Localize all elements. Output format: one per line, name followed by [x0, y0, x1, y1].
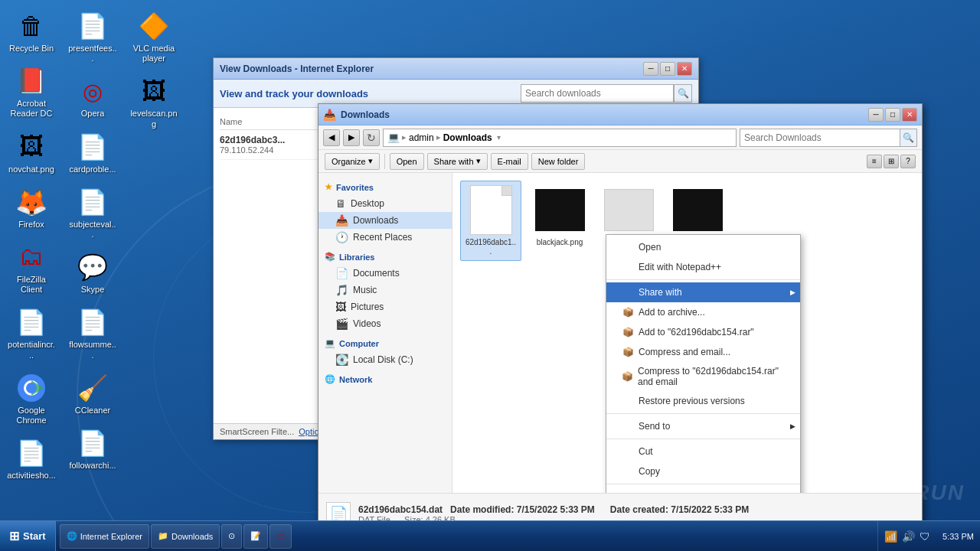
- flowsummer-label: flowsumme...: [68, 340, 117, 360]
- sidebar-item-downloads[interactable]: 📥 Downloads: [318, 212, 452, 229]
- file-thumb-threadcivil: [673, 185, 723, 235]
- view-toggle-button[interactable]: ⊞: [884, 155, 899, 168]
- file-item-62d196[interactable]: 62d196dabc1...: [460, 181, 521, 261]
- sidebar-item-local-disk[interactable]: 💽 Local Disk (C:): [318, 351, 452, 368]
- ie-search-input[interactable]: [521, 84, 674, 103]
- computer-header[interactable]: 💻 Computer: [318, 335, 452, 351]
- sidebar-item-music[interactable]: 🎵 Music: [318, 282, 452, 298]
- desktop: 🗑 Recycle Bin 📕 Acrobat Reader DC 🖼 novc…: [0, 0, 980, 551]
- sidebar-group-network: 🌐 Network: [318, 371, 452, 387]
- ie-heading: View and track your downloads: [220, 88, 521, 99]
- address-admin: admin: [407, 132, 436, 143]
- back-button[interactable]: ◀: [323, 129, 340, 146]
- sidebar-item-desktop[interactable]: 🖥 Desktop: [318, 195, 452, 212]
- file-label-blackjack: blackjack.png: [537, 238, 583, 247]
- followarchi-icon: 📄: [77, 428, 108, 458]
- open-button[interactable]: Open: [390, 153, 424, 170]
- desktop-icon-firefox[interactable]: 🦊 Firefox: [4, 184, 59, 233]
- filezilla-label: FileZilla Client: [7, 275, 56, 295]
- desktop-icon-filezilla[interactable]: 🗂 FileZilla Client: [4, 239, 59, 298]
- ctx-rar-icon: 📦: [622, 326, 634, 338]
- sidebar-item-recent-places[interactable]: 🕐 Recent Places: [318, 229, 452, 246]
- ctx-compress-rar-email[interactable]: 📦 Compress to "62d196dabc154.rar" and em…: [606, 362, 800, 391]
- ctx-restore-versions[interactable]: Restore previous versions: [606, 391, 800, 411]
- dl-search-button[interactable]: 🔍: [900, 129, 917, 147]
- ctx-create-shortcut[interactable]: Create shortcut: [606, 487, 800, 493]
- computer-icon: 💻: [325, 338, 335, 348]
- ctx-copy-icon: [622, 465, 634, 478]
- vlc-label: VLC media player: [129, 44, 178, 64]
- desktop-sidebar-icon: 🖥: [335, 197, 346, 210]
- file-item-blackjack[interactable]: blackjack.png: [529, 181, 590, 261]
- dl-close-button[interactable]: ✕: [902, 108, 917, 122]
- ie-search-button[interactable]: 🔍: [674, 84, 692, 103]
- desktop-icon-recycle-bin[interactable]: 🗑 Recycle Bin: [4, 8, 59, 57]
- share-with-button[interactable]: Share with ▾: [427, 153, 488, 170]
- ctx-cut[interactable]: Cut: [606, 442, 800, 461]
- ie-close-button[interactable]: ✕: [677, 62, 692, 76]
- desktop-icon-followarchi[interactable]: 📄 followarchi...: [65, 425, 120, 474]
- desktop-icon-opera[interactable]: ◎ Opera: [65, 73, 120, 122]
- sidebar-item-videos[interactable]: 🎬 Videos: [318, 315, 452, 332]
- ie-search-area: 🔍: [521, 84, 692, 103]
- ctx-open[interactable]: Open: [606, 237, 800, 257]
- favorites-header[interactable]: ★ Favorites: [318, 179, 452, 195]
- email-button[interactable]: E-mail: [491, 153, 528, 170]
- ie-maximize-button[interactable]: □: [660, 62, 675, 76]
- dl-search-area: 🔍: [740, 129, 917, 147]
- ctx-sep-4: [606, 484, 800, 484]
- ctx-send-to[interactable]: Send to: [606, 416, 800, 436]
- desktop-icon-vlc[interactable]: 🔶 VLC media player: [126, 8, 181, 67]
- ie-minimize-button[interactable]: ─: [643, 62, 658, 76]
- dl-search-input[interactable]: [740, 129, 900, 147]
- ctx-add-rar[interactable]: 📦 Add to "62d196dabc154.rar": [606, 322, 800, 342]
- organize-button[interactable]: Organize ▾: [325, 153, 380, 170]
- desktop-icon-potentialincr[interactable]: 📄 potentialincr...: [4, 304, 59, 363]
- desktop-icon-levelscan[interactable]: 🖼 levelscan.png: [126, 73, 181, 132]
- desktop-icon-google-chrome[interactable]: Google Chrome: [4, 370, 59, 429]
- dl-maximize-button[interactable]: □: [885, 108, 900, 122]
- recent-sidebar-icon: 🕐: [335, 231, 348, 243]
- start-button[interactable]: ⊞ Start: [0, 521, 56, 551]
- taskbar-item-folder[interactable]: 📁 Downloads: [151, 524, 220, 549]
- taskbar-items: 🌐 Internet Explorer 📁 Downloads ⊙ 📝 🛡: [56, 521, 877, 551]
- taskbar-item-notepad[interactable]: 📝: [243, 524, 268, 549]
- ctx-add-archive[interactable]: 📦 Add to archive...: [606, 302, 800, 322]
- tray-network-icon: 📶: [884, 530, 897, 543]
- taskbar-item-ie[interactable]: 🌐 Internet Explorer: [60, 524, 149, 549]
- desktop-icon-cardprob[interactable]: 📄 cardproble...: [65, 129, 120, 178]
- address-chevron[interactable]: ▾: [497, 133, 501, 142]
- sidebar-item-documents[interactable]: 📄 Documents: [318, 265, 452, 282]
- taskbar-item-antivirus[interactable]: 🛡: [270, 524, 292, 549]
- new-folder-button[interactable]: New folder: [531, 153, 586, 170]
- desktop-icon-ccleaner[interactable]: 🧹 CCleaner: [65, 370, 120, 419]
- taskbar-item-chrome[interactable]: ⊙: [221, 524, 242, 549]
- ctx-edit-notepad[interactable]: Edit with Notepad++: [606, 257, 800, 277]
- desktop-icon-novchat[interactable]: 🖼 novchat.png: [4, 129, 59, 178]
- desktop-icon-subjecteval[interactable]: 📄 subjecteval...: [65, 184, 120, 243]
- desktop-icon-flowsummer[interactable]: 📄 flowsumme...: [65, 304, 120, 363]
- ctx-share-with[interactable]: Share with: [606, 282, 800, 302]
- sidebar-group-favorites: ★ Favorites 🖥 Desktop 📥 Downloads 🕐 Rece…: [318, 179, 452, 246]
- sidebar-item-pictures[interactable]: 🖼 Pictures: [318, 298, 452, 315]
- opera-label: Opera: [81, 109, 105, 119]
- ctx-copy[interactable]: Copy: [606, 461, 800, 481]
- network-header[interactable]: 🌐 Network: [318, 371, 452, 387]
- view-change-button[interactable]: ≡: [867, 155, 882, 168]
- presentfees-label: presentfees...: [68, 44, 117, 64]
- refresh-button[interactable]: ↻: [363, 129, 380, 146]
- desktop-icon-activitiesho[interactable]: 📄 activitiesho...: [4, 435, 59, 484]
- libraries-header[interactable]: 📚 Libraries: [318, 249, 452, 265]
- address-bar[interactable]: 💻 ▸ admin ▸ Downloads ▾: [383, 129, 737, 147]
- ctx-compress-email[interactable]: 📦 Compress and email...: [606, 342, 800, 362]
- desktop-icon-skype[interactable]: 💬 Skype: [65, 249, 120, 298]
- subjecteval-label: subjecteval...: [68, 220, 117, 240]
- help-button[interactable]: ?: [900, 155, 916, 168]
- start-windows-icon: ⊞: [9, 529, 19, 543]
- novchat-label: novchat.png: [8, 165, 54, 174]
- desktop-icon-acrobat[interactable]: 📕 Acrobat Reader DC: [4, 63, 59, 122]
- forward-button[interactable]: ▶: [343, 129, 360, 146]
- address-downloads: Downloads: [441, 132, 495, 143]
- desktop-icon-presentfees[interactable]: 📄 presentfees...: [65, 8, 120, 67]
- dl-minimize-button[interactable]: ─: [868, 108, 884, 122]
